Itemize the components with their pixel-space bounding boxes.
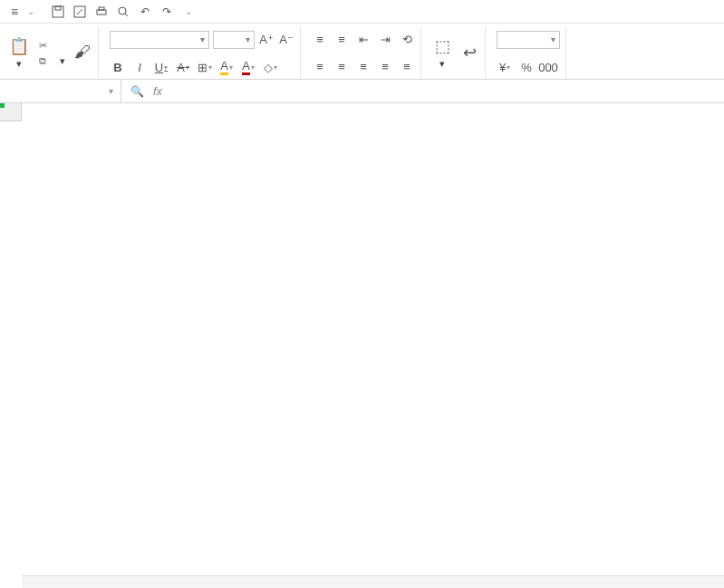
font-group: A⁺ A⁻ B I U A ⊞ A A ◇ [104, 27, 301, 79]
distribute-icon[interactable]: ≡ [399, 59, 415, 75]
align-top-icon[interactable]: ≡ [312, 31, 328, 47]
quick-access-toolbar: ↶ ↷ ⌄ [51, 5, 196, 19]
hamburger-icon [11, 5, 22, 19]
svg-rect-4 [99, 7, 104, 10]
save-icon[interactable] [51, 5, 65, 19]
strike-button[interactable]: A [175, 59, 191, 75]
menubar: ⌄ ↶ ↷ ⌄ [0, 0, 724, 24]
currency-icon[interactable]: ¥ [497, 59, 513, 75]
search-fn-icon[interactable]: 🔍 [130, 85, 144, 98]
print-icon[interactable] [94, 5, 109, 19]
svg-point-5 [119, 7, 126, 14]
paste-label: ▾ [16, 58, 22, 70]
indent-decrease-icon[interactable]: ⇤ [355, 31, 372, 47]
clear-format-button[interactable]: ◇ [262, 59, 278, 75]
svg-rect-0 [53, 6, 63, 17]
svg-rect-1 [55, 6, 61, 10]
clipboard-group: 📋 ▾ ✂ ⧉▾ 🖌 [4, 27, 99, 79]
align-left-icon[interactable]: ≡ [312, 59, 328, 75]
number-format-select[interactable] [497, 31, 560, 49]
paste-button[interactable]: 📋 ▾ [9, 36, 29, 70]
align-justify-icon[interactable]: ≡ [377, 59, 393, 75]
bold-button[interactable]: B [110, 59, 126, 75]
underline-button[interactable]: U [153, 59, 169, 75]
chevron-down-icon: ⌄ [27, 6, 34, 16]
select-all-corner[interactable] [0, 103, 22, 121]
spreadsheet-grid [0, 103, 724, 588]
align-right-icon[interactable]: ≡ [355, 59, 372, 75]
ribbon: 📋 ▾ ✂ ⧉▾ 🖌 A⁺ A⁻ B I U A ⊞ A A ◇ [0, 24, 724, 80]
formula-input[interactable] [171, 85, 715, 98]
redo-icon[interactable]: ↷ [159, 5, 174, 19]
copy-button[interactable]: ⧉▾ [36, 55, 65, 67]
copy-icon: ⧉ [36, 55, 49, 67]
border-button[interactable]: ⊞ [197, 59, 213, 75]
decrease-font-icon[interactable]: A⁻ [278, 32, 294, 48]
italic-button[interactable]: I [131, 59, 148, 75]
cell-reference-input[interactable] [7, 85, 80, 98]
save-as-icon[interactable] [72, 5, 87, 19]
orientation-icon[interactable]: ⟲ [399, 31, 415, 47]
font-color-button[interactable]: A [240, 59, 256, 75]
merge-center-button[interactable]: ⬚ ▾ [432, 36, 452, 70]
brush-icon: 🖌 [72, 43, 92, 63]
percent-icon[interactable]: % [518, 59, 535, 75]
number-group: ¥ % 000 [491, 27, 566, 79]
clipboard-icon: 📋 [9, 36, 29, 56]
wrap-text-button[interactable]: ↩ [459, 43, 479, 64]
merge-icon: ⬚ [432, 36, 452, 56]
align-middle-icon[interactable]: ≡ [333, 31, 350, 47]
formula-bar: 🔍 fx [0, 80, 724, 103]
horizontal-scrollbar[interactable] [22, 575, 724, 588]
font-size-select[interactable] [213, 31, 255, 49]
format-painter-button[interactable]: 🖌 [72, 43, 92, 64]
alignment-group: ≡ ≡ ⇤ ⇥ ⟲ ≡ ≡ ≡ ≡ ≡ [306, 27, 421, 79]
fx-icon[interactable]: fx [153, 84, 162, 98]
svg-rect-3 [97, 10, 106, 14]
file-menu[interactable]: ⌄ [5, 3, 40, 21]
scissors-icon: ✂ [36, 40, 49, 52]
increase-font-icon[interactable]: A⁺ [258, 32, 275, 48]
cut-button[interactable]: ✂ [36, 40, 65, 52]
wrap-icon: ↩ [459, 43, 479, 63]
print-preview-icon[interactable] [116, 5, 130, 19]
fill-color-button[interactable]: A [218, 59, 235, 75]
indent-increase-icon[interactable]: ⇥ [377, 31, 393, 47]
merge-wrap-group: ⬚ ▾ ↩ [427, 27, 486, 79]
undo-icon[interactable]: ↶ [138, 5, 152, 19]
merge-label: ▾ [439, 58, 445, 70]
name-box[interactable] [0, 80, 121, 102]
comma-icon[interactable]: 000 [540, 59, 556, 75]
chevron-down-icon[interactable]: ⌄ [181, 5, 196, 19]
font-name-select[interactable] [110, 31, 209, 49]
align-center-icon[interactable]: ≡ [333, 59, 350, 75]
